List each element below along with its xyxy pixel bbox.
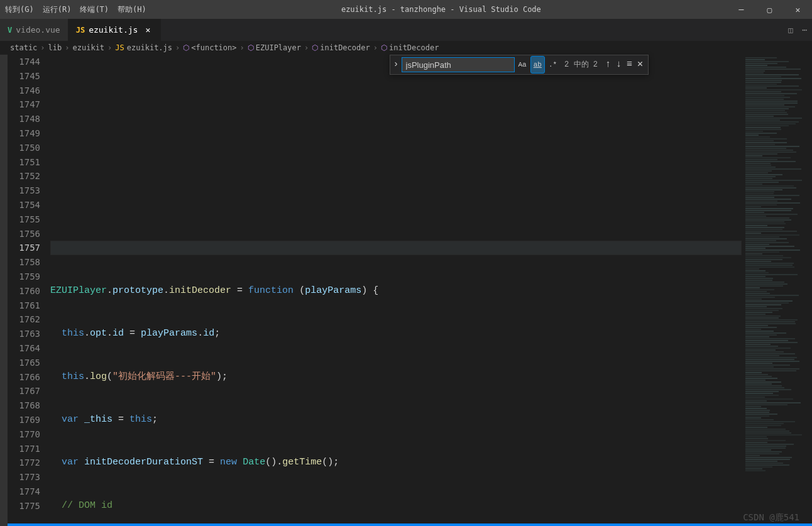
find-next[interactable]: ↓ (616, 58, 622, 72)
find-close[interactable]: ✕ (637, 58, 643, 72)
vue-icon: V (8, 26, 12, 35)
maximize-button[interactable]: ▢ (755, 0, 784, 19)
find-in-selection[interactable]: ≡ (627, 58, 632, 72)
find-result-count: 2 中的 2 (564, 58, 598, 72)
menu-goto[interactable]: 转到(G) (5, 4, 34, 15)
editor: 1744174517461747174817491750175117521753… (0, 55, 812, 526)
find-input[interactable] (402, 57, 515, 72)
split-editor-icon[interactable]: ◫ (788, 25, 793, 35)
tab-label: video.vue (16, 25, 60, 35)
find-prev[interactable]: ↑ (605, 58, 611, 72)
find-widget: › Aa ab .* 2 中的 2 ↑ ↓ ≡ ✕ (390, 55, 649, 75)
code-area[interactable]: › Aa ab .* 2 中的 2 ↑ ↓ ≡ ✕ }; EZUIPlayer.… (50, 55, 742, 526)
breadcrumb-item[interactable]: lib (48, 43, 62, 52)
line-numbers: 1744174517461747174817491750175117521753… (8, 55, 50, 526)
js-icon: JS (76, 26, 85, 35)
breadcrumb-item[interactable]: ⬡EZUIPlayer (248, 43, 301, 52)
tab-label: ezuikit.js (89, 25, 138, 35)
activity-bar-edge (0, 55, 8, 526)
find-match-case[interactable]: Aa (516, 57, 529, 74)
breadcrumb-item[interactable]: JSezuikit.js (115, 43, 172, 52)
breadcrumb-item[interactable]: ezuikit (73, 43, 105, 52)
scrollbar-bottom[interactable] (8, 523, 812, 526)
find-whole-word[interactable]: ab (530, 56, 545, 74)
close-button[interactable]: ✕ (784, 0, 812, 19)
titlebar: 转到(G) 运行(R) 终端(T) 帮助(H) ezuikit.js - tan… (0, 0, 812, 19)
breadcrumb-item[interactable]: ⬡<function> (183, 43, 236, 52)
tab-video-vue[interactable]: V video.vue (0, 19, 69, 41)
tab-ezuikit-js[interactable]: JS ezuikit.js ✕ (69, 19, 162, 41)
minimize-button[interactable]: ─ (727, 0, 755, 19)
breadcrumb[interactable]: static › lib › ezuikit › JSezuikit.js › … (0, 41, 812, 55)
more-icon[interactable]: ⋯ (802, 25, 807, 35)
editor-tabs: V video.vue JS ezuikit.js ✕ ◫ ⋯ (0, 19, 812, 41)
watermark: CSDN @鹿541 (743, 512, 799, 523)
breadcrumb-item[interactable]: static (10, 43, 37, 52)
breadcrumb-item[interactable]: ⬡initDecoder (381, 43, 439, 52)
find-toggle-replace[interactable]: › (393, 58, 398, 72)
menu-run[interactable]: 运行(R) (43, 4, 72, 15)
minimap[interactable] (742, 55, 812, 526)
breadcrumb-item[interactable]: ⬡initDecoder (312, 43, 370, 52)
close-icon[interactable]: ✕ (143, 25, 153, 35)
window-title: ezuikit.js - tanzhonghe - Visual Studio … (155, 5, 727, 14)
find-regex[interactable]: .* (546, 57, 559, 74)
menu-help[interactable]: 帮助(H) (118, 4, 146, 15)
menu-terminal[interactable]: 终端(T) (80, 4, 109, 15)
